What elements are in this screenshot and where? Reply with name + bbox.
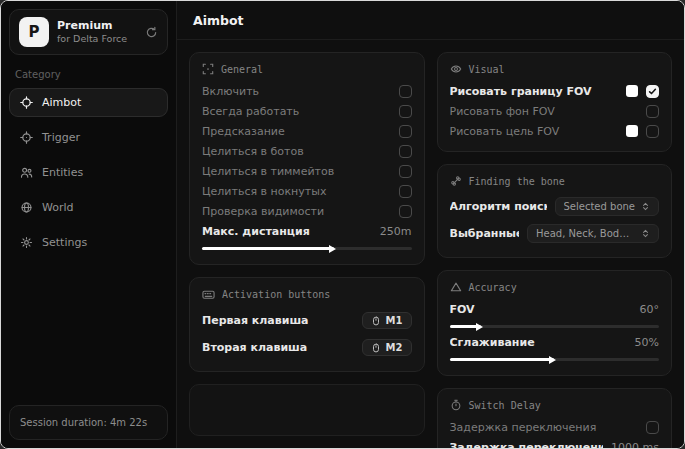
unfold-icon (641, 229, 650, 238)
sidebar-item-entities[interactable]: Entities (9, 158, 168, 187)
max-distance-slider[interactable] (202, 247, 412, 250)
stopwatch-icon (450, 399, 462, 411)
right-column: Visual Рисовать границу FOV Рисовать фон… (437, 52, 673, 436)
accuracy-panel: Accuracy FOV 60° Сглаживание 50% (437, 270, 673, 376)
bone-label: Алгоритм поиска кост (450, 200, 547, 213)
keybind-button-m2[interactable]: M2 (362, 339, 412, 356)
keybind-button-m1[interactable]: M1 (362, 312, 412, 329)
toggle-row: Проверка видимости (202, 201, 412, 221)
left-column: General Включить Всегда работать Предска… (189, 52, 425, 436)
keybind-key: M1 (386, 315, 403, 326)
crosshair-icon (20, 96, 33, 109)
keybind-row: Вторая клавиша M2 (202, 334, 412, 361)
session-duration: Session duration: 4m 22s (9, 405, 168, 440)
session-duration-text: Session duration: 4m 22s (20, 417, 147, 428)
unfold-icon (641, 202, 650, 211)
checkbox[interactable] (399, 185, 412, 198)
bone-algorithm-select[interactable]: Selected bone (555, 197, 659, 216)
smoothing-slider[interactable] (450, 358, 660, 361)
visual-row: Рисовать фон FOV (450, 101, 660, 121)
toggle-row: Всегда работать (202, 101, 412, 121)
checkbox[interactable] (646, 125, 659, 138)
slider-label: Макс. дистанция (202, 225, 372, 238)
keybind-key: M2 (386, 342, 403, 353)
sidebar: P Premium for Delta Force Category Aimbo… (1, 1, 177, 448)
slider-value: 1000 ms (611, 441, 659, 449)
sidebar-nav: Aimbot Trigger Entities (9, 88, 168, 257)
slider-row: Макс. дистанция 250m (202, 221, 412, 241)
main-header: Aimbot (177, 1, 684, 40)
app-window: P Premium for Delta Force Category Aimbo… (0, 0, 685, 449)
bone-icon (450, 175, 462, 187)
checkbox[interactable] (399, 165, 412, 178)
brand-logo: P (19, 17, 49, 47)
panel-title: General (221, 64, 263, 75)
sidebar-item-label: Trigger (42, 131, 80, 144)
mouse-icon (371, 343, 381, 353)
toggle-label: Проверка видимости (202, 205, 391, 218)
slider-row: Задержка переключения (мс) 1000 ms (450, 437, 660, 448)
panel-title: Activation buttons (222, 289, 330, 300)
content: General Включить Всегда работать Предска… (177, 40, 684, 448)
trigger-icon (20, 131, 33, 144)
general-panel: General Включить Всегда работать Предска… (189, 52, 425, 265)
slider-value: 50% (635, 336, 659, 349)
visual-row: Рисовать границу FOV (450, 81, 660, 101)
checkbox[interactable] (399, 125, 412, 138)
panel-title: Finding the bone (469, 176, 565, 187)
color-swatch[interactable] (626, 125, 638, 137)
activation-buttons-panel: Activation buttons Первая клавиша M1 Вто… (189, 277, 425, 372)
checkbox[interactable] (646, 85, 659, 98)
selected-bones-select[interactable]: Head, Neck, Body, Pe.. (527, 224, 659, 243)
toggle-label: Задержка переключения (450, 421, 639, 434)
toggle-label: Включить (202, 85, 391, 98)
slider-label: FOV (450, 303, 632, 316)
checkbox[interactable] (399, 105, 412, 118)
main-area: Aimbot General Включить (177, 1, 684, 448)
sidebar-item-settings[interactable]: Settings (9, 228, 168, 257)
sidebar-item-label: World (42, 201, 74, 214)
panel-title: Switch Delay (469, 400, 541, 411)
toggle-label: Целиться в ботов (202, 145, 391, 158)
panel-title: Accuracy (469, 282, 517, 293)
visual-label: Рисовать фон FOV (450, 105, 639, 118)
sidebar-item-aimbot[interactable]: Aimbot (9, 88, 168, 117)
checkbox[interactable] (399, 85, 412, 98)
panel-title: Visual (469, 64, 505, 75)
category-label: Category (15, 69, 162, 80)
toggle-row: Задержка переключения (450, 417, 660, 437)
toggle-row: Целиться в тиммейтов (202, 161, 412, 181)
checkbox[interactable] (646, 421, 659, 434)
slider-value: 60° (640, 303, 660, 316)
triangle-icon (450, 281, 462, 293)
keyboard-icon (202, 288, 215, 301)
sidebar-item-label: Settings (42, 236, 87, 249)
toggle-row: Целиться в нокнутых (202, 181, 412, 201)
toggle-label: Предсказание (202, 125, 391, 138)
slider-label: Сглаживание (450, 336, 627, 349)
page-title: Aimbot (193, 13, 244, 28)
toggle-row: Включить (202, 81, 412, 101)
sidebar-item-world[interactable]: World (9, 193, 168, 222)
checkbox[interactable] (646, 105, 659, 118)
keybind-row: Первая клавиша M1 (202, 307, 412, 334)
slider-label: Задержка переключения (мс) (450, 441, 604, 449)
visual-row: Рисовать цель FOV (450, 121, 660, 141)
keybind-label: Вторая клавиша (202, 341, 354, 354)
checkbox[interactable] (399, 205, 412, 218)
refresh-icon[interactable] (145, 26, 158, 39)
slider-value: 250m (380, 225, 412, 238)
fov-slider[interactable] (450, 325, 660, 328)
toggle-label: Целиться в тиммейтов (202, 165, 391, 178)
brand-card: P Premium for Delta Force (9, 9, 168, 55)
checkbox[interactable] (399, 145, 412, 158)
brand-subtitle: for Delta Force (57, 33, 127, 45)
sidebar-item-trigger[interactable]: Trigger (9, 123, 168, 152)
color-swatch[interactable] (626, 85, 638, 97)
visual-label: Рисовать цель FOV (450, 125, 619, 138)
slider-row: Сглаживание 50% (450, 332, 660, 352)
slider-row: FOV 60° (450, 299, 660, 319)
mouse-icon (371, 316, 381, 326)
bone-row: Выбранные кос Head, Neck, Body, Pe.. (450, 220, 660, 247)
bone-label: Выбранные кос (450, 227, 520, 240)
